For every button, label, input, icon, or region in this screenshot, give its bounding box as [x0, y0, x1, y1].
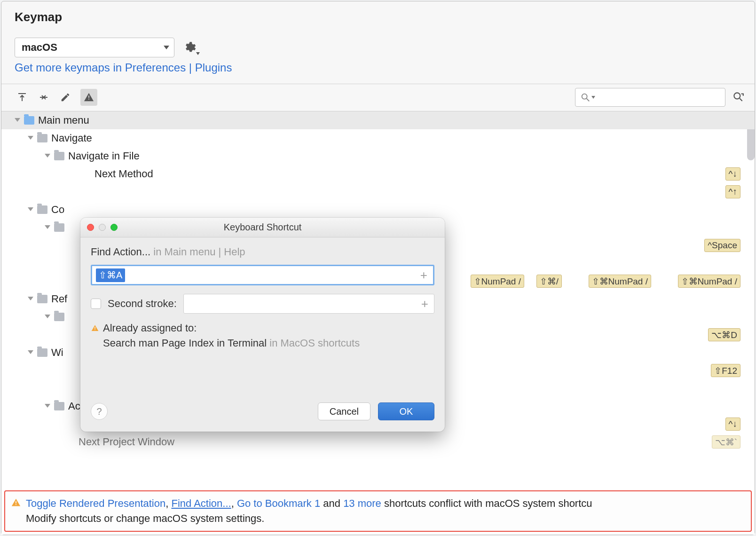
conflict-link-1[interactable]: Toggle Rendered Presentation — [26, 497, 165, 509]
header: Keymap macOS Get more keymaps in Prefere… — [1, 1, 755, 79]
shortcut-badge: ^↑ — [725, 185, 740, 198]
chevron-down-icon — [164, 46, 169, 49]
show-conflicts-button[interactable] — [80, 89, 97, 106]
gear-button[interactable] — [183, 41, 196, 54]
search-icon — [580, 92, 591, 102]
folder-icon — [54, 152, 64, 160]
second-stroke-checkbox[interactable] — [91, 299, 101, 309]
shortcut-badge: ^↓ — [725, 167, 740, 181]
get-more-keymaps-link[interactable]: Get more keymaps in Preferences | Plugin… — [15, 61, 232, 74]
tree-label: Navigate — [51, 132, 92, 144]
help-icon: ? — [96, 406, 102, 417]
folder-icon — [37, 134, 47, 142]
second-stroke-label: Second stroke: — [108, 298, 177, 310]
keymap-select-row: macOS — [15, 38, 741, 57]
dialog-title: Keyboard Shortcut — [80, 222, 445, 233]
already-assigned-line: Already assigned to: — [91, 322, 434, 334]
help-button[interactable]: ? — [91, 403, 108, 420]
tree-row-next-method[interactable]: Next Method ^↓ — [1, 165, 755, 183]
chevron-down-icon — [28, 297, 33, 300]
chevron-down-icon — [45, 154, 50, 158]
chevron-down-icon — [28, 136, 33, 140]
tree-label: Ref — [51, 293, 67, 305]
add-stroke-button[interactable]: + — [419, 297, 430, 311]
svg-line-1 — [587, 98, 590, 101]
svg-rect-7 — [94, 330, 95, 330]
shortcut-badge: ^↓ — [725, 418, 740, 431]
conflict-link-3[interactable]: Go to Bookmark 1 — [237, 497, 320, 509]
svg-rect-4 — [16, 501, 16, 504]
keymap-select-value: macOS — [22, 41, 57, 54]
tree-row-main-menu[interactable]: Main menu — [1, 111, 755, 129]
add-stroke-button[interactable]: + — [418, 268, 429, 283]
warning-icon — [91, 324, 99, 332]
folder-icon — [37, 348, 47, 357]
shortcut-badge: ⇧⌘/ — [536, 275, 562, 288]
shortcut-badge: ^Space — [704, 239, 740, 252]
warning-icon — [84, 92, 94, 102]
chevron-down-icon — [196, 52, 200, 55]
dialog-titlebar[interactable]: Keyboard Shortcut — [80, 218, 445, 237]
shortcut-badge: ⇧NumPad / — [471, 275, 524, 288]
svg-point-0 — [582, 94, 587, 99]
chevron-down-icon — [45, 404, 50, 408]
first-stroke-value: ⇧⌘A — [96, 268, 125, 282]
dialog-action-line: Find Action... in Main menu | Help — [91, 246, 434, 258]
tree-row-previous-method[interactable]: ^↑ — [1, 183, 755, 201]
folder-icon — [54, 313, 64, 321]
warning-icon — [11, 498, 21, 507]
svg-point-2 — [734, 93, 740, 99]
chevron-down-icon — [28, 207, 33, 211]
tree-row-code[interactable]: Co — [1, 201, 755, 219]
expand-all-button[interactable] — [16, 91, 29, 104]
svg-rect-6 — [94, 327, 95, 329]
folder-icon — [37, 205, 47, 214]
cancel-button[interactable]: Cancel — [318, 402, 370, 420]
chevron-down-icon — [45, 225, 50, 229]
assigned-context: in MacOS shortcuts — [267, 337, 360, 349]
assigned-action: Search man Page Index in Terminal — [103, 337, 267, 349]
second-stroke-row: Second stroke: + — [91, 294, 434, 314]
chevron-down-icon — [28, 350, 33, 354]
svg-line-3 — [740, 98, 742, 101]
shortcut-badge: ⌥⌘D — [708, 328, 740, 341]
toolbar — [1, 84, 755, 111]
folder-icon — [54, 402, 64, 410]
conflict-line2: Modify shortcuts or change macOS system … — [26, 512, 264, 524]
shortcut-badge: ⇧F12 — [711, 364, 740, 377]
chevron-down-icon — [15, 118, 20, 122]
already-assigned-label: Already assigned to: — [103, 322, 197, 334]
tree-label: Co — [51, 204, 64, 216]
first-stroke-input[interactable]: ⇧⌘A + — [91, 265, 434, 285]
ok-button[interactable]: OK — [378, 402, 434, 420]
search-input[interactable] — [595, 92, 720, 102]
shortcut-badge: ⇧⌘NumPad / — [589, 275, 651, 288]
second-stroke-input[interactable]: + — [183, 294, 434, 314]
chevron-down-icon — [45, 315, 50, 318]
page-title: Keymap — [15, 10, 741, 24]
action-path: in Main menu | Help — [150, 246, 245, 258]
keymap-select[interactable]: macOS — [15, 38, 174, 57]
search-input-wrapper[interactable] — [575, 88, 725, 107]
collapse-all-button[interactable] — [37, 91, 50, 104]
assigned-detail: Search man Page Index in Terminal in Mac… — [91, 337, 434, 349]
folder-icon — [37, 295, 47, 303]
conflict-text: Toggle Rendered Presentation, Find Actio… — [26, 496, 592, 526]
find-shortcut-button[interactable] — [732, 91, 745, 104]
edit-button[interactable] — [59, 91, 72, 104]
tree-label: Navigate in File — [68, 150, 140, 162]
conflict-link-more[interactable]: 13 more — [343, 497, 381, 509]
tree-label: Wi — [51, 347, 63, 359]
conflict-link-2[interactable]: Find Action... — [171, 497, 231, 509]
tree-row-next-project-window[interactable]: Next Project Window ⌥⌘` — [1, 433, 755, 451]
conflict-banner: Toggle Rendered Presentation, Find Actio… — [4, 490, 752, 532]
dialog-body: Find Action... in Main menu | Help ⇧⌘A +… — [80, 237, 445, 398]
keymap-preferences-panel: Keymap macOS Get more keymaps in Prefere… — [1, 1, 755, 535]
tree-row-navigate[interactable]: Navigate — [1, 129, 755, 147]
keyboard-shortcut-dialog: Keyboard Shortcut Find Action... in Main… — [80, 218, 445, 432]
shortcut-badge: ⌥⌘` — [712, 435, 740, 449]
svg-rect-5 — [16, 504, 16, 505]
folder-icon — [24, 116, 34, 125]
tree-label: Next Method — [94, 168, 153, 180]
tree-row-navigate-in-file[interactable]: Navigate in File — [1, 147, 755, 165]
